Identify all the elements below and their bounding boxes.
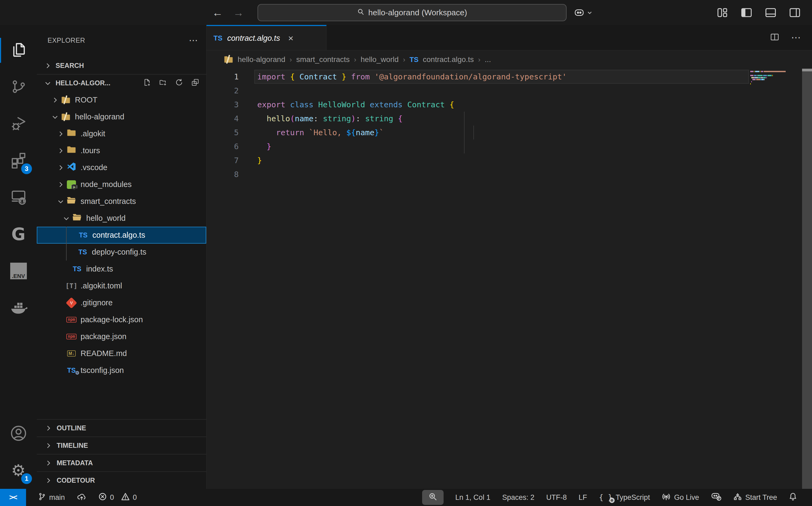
tree-item-package-lock-json[interactable]: npmpackage-lock.json: [37, 311, 206, 328]
new-folder-icon[interactable]: [159, 78, 167, 88]
root-folder-icon: [224, 56, 233, 64]
breadcrumb-item[interactable]: smart_contracts: [296, 55, 350, 64]
code-line-8[interactable]: 8: [207, 167, 567, 181]
activity-item-dotenv[interactable]: .ENV: [0, 252, 37, 289]
breadcrumb-item[interactable]: hello-algorand: [238, 55, 285, 64]
section-metadata[interactable]: METADATA: [37, 454, 206, 472]
tree-item--vscode[interactable]: .vscode: [37, 159, 206, 176]
tree-item-tsconfig-json[interactable]: TS⚙tsconfig.json: [37, 362, 206, 379]
tree-item-node-modules[interactable]: jsnode_modules: [37, 176, 206, 193]
section-timeline[interactable]: TIMELINE: [37, 436, 206, 454]
breadcrumb: hello-algorand›smart_contracts›hello_wor…: [207, 51, 812, 69]
breadcrumb-separator: ›: [289, 56, 292, 64]
activity-item-source-control[interactable]: [0, 69, 37, 105]
toggle-primary-sidebar-icon[interactable]: [741, 7, 752, 18]
copilot-menu[interactable]: [574, 0, 592, 25]
split-editor-icon[interactable]: [770, 33, 779, 42]
chevron-down-icon: [587, 10, 592, 15]
remote-indicator[interactable]: ><: [0, 489, 26, 506]
status-start-tree[interactable]: Start Tree: [733, 489, 777, 506]
status-encoding[interactable]: UTF-8: [546, 489, 567, 506]
tree-item--algokit-toml[interactable]: [T].algokit.toml: [37, 277, 206, 294]
folder-open-icon: [67, 196, 76, 206]
activity-item-run-debug[interactable]: [0, 105, 37, 142]
tree-item--gitignore[interactable]: ⑂.gitignore: [37, 294, 206, 311]
debug-icon: [10, 115, 27, 133]
status-sync-changes[interactable]: [77, 489, 86, 506]
code-line-5[interactable]: 5 return `Hello, ${name}`: [207, 125, 567, 140]
code-line-3[interactable]: 3export class HelloWorld extends Contrac…: [207, 98, 567, 112]
tree-item-index-ts[interactable]: TSindex.ts: [37, 260, 206, 277]
tree-item-root[interactable]: ROOT: [37, 91, 206, 108]
tree-item-label: ROOT: [75, 95, 97, 104]
section-codetour[interactable]: CODETOUR: [37, 472, 206, 489]
status-indentation[interactable]: Spaces: 2: [502, 489, 534, 506]
activity-item-algokit[interactable]: G: [0, 216, 37, 252]
code-line-1[interactable]: 1import { Contract } from '@algorandfoun…: [207, 70, 567, 84]
toggle-secondary-sidebar-icon[interactable]: [789, 7, 801, 18]
tree-item-label: .algokit.toml: [81, 281, 122, 290]
status-copilot-status[interactable]: [711, 489, 722, 506]
activity-item-accounts[interactable]: [0, 415, 37, 452]
activity-item-settings[interactable]: ⚙1: [0, 452, 37, 489]
tab-contract-algo-ts[interactable]: TS contract.algo.ts ×: [207, 25, 326, 50]
tree-item-smart-contracts[interactable]: smart_contracts: [37, 193, 206, 210]
activity-item-explorer[interactable]: [0, 32, 37, 69]
code-line-2[interactable]: 2: [207, 84, 567, 98]
breadcrumb-item[interactable]: ...: [485, 55, 491, 64]
breadcrumb-item[interactable]: hello_world: [361, 55, 399, 64]
sidebar-more-actions[interactable]: ⋯: [189, 35, 199, 46]
activity-item-remote-explorer[interactable]: [0, 179, 37, 216]
new-file-icon[interactable]: [143, 78, 151, 88]
tree-item-hello-world[interactable]: hello_world: [37, 210, 206, 227]
command-center[interactable]: hello-algorand (Workspace): [257, 4, 567, 21]
status-git-branch[interactable]: main: [38, 489, 65, 506]
tree-item-deploy-config-ts[interactable]: TSdeploy-config.ts: [37, 244, 206, 260]
tree-item-contract-algo-ts[interactable]: TScontract.algo.ts: [37, 227, 206, 244]
npm-icon: npm: [66, 317, 76, 323]
tree-indent-guide: [66, 227, 67, 260]
tree-item-hello-algorand[interactable]: hello-algorand: [37, 108, 206, 125]
status-cursor-position[interactable]: Ln 1, Col 1: [455, 489, 491, 506]
activity-item-docker[interactable]: [0, 289, 37, 326]
code-line-4[interactable]: 4 hello(name: string): string {: [207, 112, 567, 125]
status-problems[interactable]: 00: [98, 489, 137, 506]
bell-icon: [789, 492, 797, 503]
tree-item-readme-md[interactable]: M↓README.md: [37, 345, 206, 362]
toggle-panel-icon[interactable]: [765, 7, 777, 18]
chevron-down-icon: [61, 215, 72, 222]
more-actions-icon[interactable]: ⋯: [791, 32, 801, 43]
breadcrumb-item[interactable]: contract.algo.ts: [423, 55, 474, 64]
code-line-6[interactable]: 6 }: [207, 140, 567, 154]
docker-icon: [10, 299, 27, 316]
tree-item-package-json[interactable]: npmpackage.json: [37, 328, 206, 345]
status-zoom[interactable]: [422, 490, 444, 505]
back-arrow-icon[interactable]: ←: [212, 7, 223, 18]
refresh-icon[interactable]: [175, 78, 183, 88]
forward-arrow-icon[interactable]: →: [233, 7, 244, 18]
code-editor[interactable]: 1import { Contract } from '@algorandfoun…: [207, 69, 812, 489]
layout-customize-icon[interactable]: [717, 7, 728, 18]
tree-item--algokit[interactable]: .algokit: [37, 125, 206, 142]
scrollbar[interactable]: [802, 69, 812, 489]
tree-item-label: hello-algorand: [75, 112, 124, 121]
workspace-header[interactable]: HELLO-ALGOR...: [37, 75, 206, 91]
line-number: 4: [207, 112, 239, 125]
status-eol[interactable]: LF: [579, 489, 587, 506]
status-notifications[interactable]: [789, 489, 797, 506]
command-center-text: hello-algorand (Workspace): [368, 8, 467, 17]
section-label: OUTLINE: [57, 424, 86, 432]
section-search[interactable]: SEARCH: [37, 57, 206, 75]
section-outline[interactable]: OUTLINE: [37, 419, 206, 436]
collapse-all-icon[interactable]: [191, 78, 199, 88]
activity-item-extensions[interactable]: 3: [0, 142, 37, 179]
source-control-icon: [10, 78, 27, 96]
badge: 1: [21, 473, 32, 484]
tree-item--tours[interactable]: .tours: [37, 142, 206, 159]
typescript-file-icon: TS: [73, 265, 81, 273]
status-go-live[interactable]: Go Live: [662, 489, 699, 506]
code-line-7[interactable]: 7}: [207, 154, 567, 167]
status-label: TypeScript: [616, 493, 650, 502]
close-icon[interactable]: ×: [288, 33, 293, 44]
status-language-mode[interactable]: { }⊗TypeScript: [599, 489, 650, 506]
